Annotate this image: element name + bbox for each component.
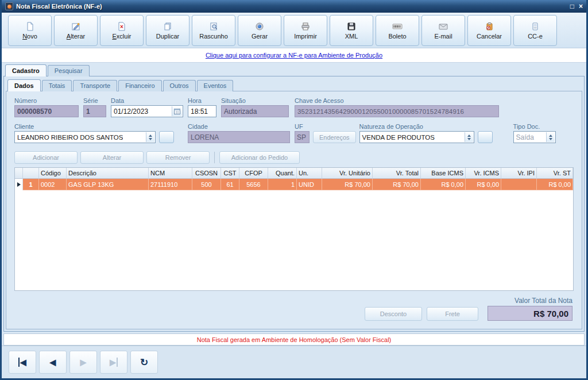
vr-total-cell: R$ 70,00 [373,179,421,190]
natureza-spinner-icon[interactable] [465,132,473,142]
save-floppy-icon [347,21,356,32]
first-record-button[interactable]: ◀ [9,351,36,374]
item-actions: Adicionar Alterar Remover Adicionar do P… [10,143,578,167]
maximize-icon[interactable]: □ [570,3,574,10]
xml-button[interactable]: XML [330,15,373,46]
tipo-doc-spinner-icon[interactable] [546,132,555,142]
valor-total-field: R$ 70,00 [488,306,572,321]
cancel-clipboard-icon [485,21,494,32]
col-vr-unitario[interactable]: Vr. Unitário [322,168,373,179]
email-button[interactable]: E-mail [421,15,465,46]
col-vr-total[interactable]: Vr. Total [373,168,421,179]
col-vr-ipi[interactable]: Vr. IPI [501,168,537,179]
tab-pesquisar[interactable]: Pesquisar [48,65,90,76]
cliente-lookup-button[interactable] [159,131,174,143]
natureza-operacao-combo[interactable]: VENDA DE PRODUTOS [359,131,474,143]
col-cfop[interactable]: CFOP [239,168,268,179]
vr-unitario-cell: R$ 70,00 [322,179,373,190]
imprimir-button[interactable]: Imprimir [284,15,327,46]
serie-field[interactable]: 1 [83,105,106,117]
tab-dados[interactable]: Dados [7,79,41,91]
vr-ipi-cell [501,179,537,190]
natureza-lookup-button[interactable] [478,131,493,143]
alterar-item-button[interactable]: Alterar [80,151,144,164]
quant-cell: 1 [268,179,297,190]
enderecos-button[interactable]: Endereços [313,131,356,143]
row-indicator-icon [15,179,23,190]
cidade-field: LORENA [188,131,290,143]
delete-document-icon: × [117,21,126,32]
rascunho-button[interactable]: Rascunho [192,15,235,46]
hora-label: Hora [188,97,216,104]
dados-panel: Número 000008570 Série 1 Data 01/12/2023 [6,91,582,329]
tab-transporte[interactable]: Transporte [73,80,117,91]
barcode-icon [392,21,403,32]
new-document-icon [25,21,34,32]
gerar-button[interactable]: Gerar [238,15,281,46]
form-row-1: Número 000008570 Série 1 Data 01/12/2023 [10,97,578,117]
uf-field: SP [295,131,310,143]
col-rownum [23,168,39,179]
adicionar-do-pedido-button[interactable]: Adicionar do Pedido [219,151,300,164]
situacao-field: Autorizada [221,105,289,117]
cliente-combo[interactable]: LEANDRO RIBEIRO DOS SANTOS [14,131,156,143]
adicionar-button[interactable]: Adicionar [14,151,78,164]
refresh-button[interactable]: ↻ [130,351,158,374]
codigo-cell: 0002 [39,179,67,190]
col-vr-icms[interactable]: Vr. ICMS [466,168,501,179]
actions-separator [214,152,215,163]
tab-eventos[interactable]: Eventos [197,80,234,91]
chave-acesso-label: Chave de Acesso [295,97,499,104]
excluir-button[interactable]: × Excluir [100,15,144,46]
cancelar-button[interactable]: Cancelar [467,15,511,46]
homologacao-message: Nota Fiscal gerada em Ambiente de Homolo… [197,336,392,343]
cst-cell: 61 [221,179,239,190]
last-record-button[interactable]: ▶ [100,351,127,374]
col-csosn[interactable]: CSOSN [192,168,221,179]
tab-financeiro[interactable]: Financeiro [118,80,161,91]
cliente-spinner-icon[interactable] [146,132,154,142]
boleto-button[interactable]: Boleto [376,15,419,46]
col-quant[interactable]: Quant. [268,168,297,179]
last-record-icon: ▶ [110,358,118,367]
uf-label: UF [295,123,310,130]
tab-totais[interactable]: Totais [42,80,72,91]
col-descricao[interactable]: Descrição [67,168,149,179]
nfe-window: Nota Fiscal Eletrônica (NF-e) □ × Novo A… [0,0,588,380]
serie-label: Série [83,97,106,104]
col-cst[interactable]: CST [221,168,239,179]
novo-button[interactable]: Novo [8,15,52,46]
remover-button[interactable]: Remover [146,151,210,164]
numero-field[interactable]: 000008570 [14,105,79,117]
col-codigo[interactable]: Código [39,168,67,179]
close-icon[interactable]: × [579,3,583,10]
tab-cadastro[interactable]: Cadastro [5,64,47,76]
ncm-cell: 27111910 [149,179,192,190]
col-vr-st[interactable]: Vr. ST [537,168,573,179]
desconto-button[interactable]: Desconto [365,307,422,321]
prev-record-button[interactable]: ◀ [39,351,67,374]
first-record-icon: ◀ [18,358,26,367]
totals-row: Desconto Frete Valor Total da Nota R$ 70… [10,291,578,324]
descricao-cell: GAS GLP 13KG [67,179,149,190]
cliente-label: Cliente [14,123,156,130]
calendar-icon[interactable] [172,106,182,116]
hora-field[interactable]: 18:51 [188,105,216,117]
main-toolbar: Novo Alterar × Excluir Duplicar Rascunho [2,13,586,48]
printer-icon [301,21,310,32]
next-record-button[interactable]: ▶ [69,351,97,374]
col-base-icms[interactable]: Base ICMS [421,168,466,179]
col-un[interactable]: Un. [297,168,322,179]
alterar-button[interactable]: Alterar [54,15,98,46]
data-field[interactable]: 01/12/2023 [111,105,183,117]
form-row-2: Cliente LEANDRO RIBEIRO DOS SANTOS Cidad… [10,123,578,143]
tipo-doc-combo[interactable]: Saída [513,131,556,143]
tab-outros[interactable]: Outros [163,80,196,91]
generate-record-icon [255,21,264,32]
col-ncm[interactable]: NCM [149,168,192,179]
cce-button[interactable]: CC-e [513,15,557,46]
duplicar-button[interactable]: Duplicar [146,15,189,46]
frete-button[interactable]: Frete [427,307,478,321]
chave-acesso-field: 3523121435642900012055001000008570152478… [295,105,499,117]
configure-production-link[interactable]: Clique aqui para configurar a NF-e para … [206,52,382,59]
